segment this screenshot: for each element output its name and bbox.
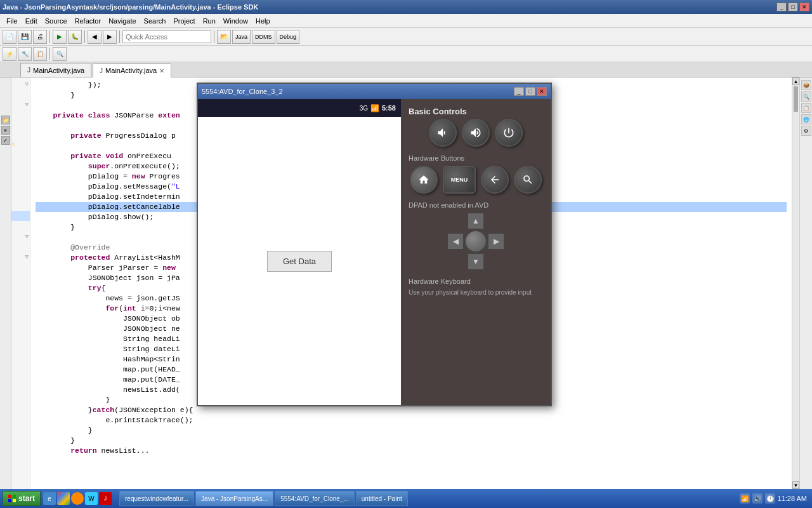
gutter-row <box>11 272 30 282</box>
volume-tray-icon[interactable]: 🔊 <box>752 493 763 504</box>
gutter-row <box>11 353 30 363</box>
separator-3 <box>119 30 120 43</box>
gutter-row <box>11 201 30 211</box>
tasks-icon[interactable]: ✓ <box>1 136 10 145</box>
scroll-up-arrow[interactable]: ▲ <box>792 77 799 85</box>
menu-button[interactable]: MENU <box>443 166 476 194</box>
svg-rect-3 <box>13 499 16 502</box>
menu-help[interactable]: Help <box>252 16 274 26</box>
avd-minimize-button[interactable]: _ <box>514 87 524 96</box>
menu-refactor[interactable]: Refactor <box>71 16 105 26</box>
menu-run[interactable]: Run <box>199 16 219 26</box>
tb2-btn4[interactable]: 🔍 <box>53 47 67 61</box>
gutter-row <box>11 89 30 99</box>
dpad-center-button[interactable] <box>464 230 487 253</box>
java-icon[interactable]: J <box>99 492 112 505</box>
maximize-button[interactable]: □ <box>788 3 798 11</box>
home-button[interactable] <box>410 166 438 194</box>
dpad-right-button[interactable]: ▶ <box>488 233 504 250</box>
tab-2-close[interactable]: ✕ <box>159 67 164 74</box>
persp-btn-4[interactable]: 🌐 <box>801 114 811 124</box>
menu-search[interactable]: Search <box>140 16 170 26</box>
menu-project[interactable]: Project <box>169 16 199 26</box>
start-button[interactable]: start <box>3 491 41 506</box>
editor-gutter: ▽ ▽ ⚠ ▽ ▽ <box>11 77 30 489</box>
persp-btn-3[interactable]: 📋 <box>801 103 811 113</box>
ie-icon[interactable]: e <box>43 492 56 505</box>
dpad-down-button[interactable]: ▼ <box>468 253 484 270</box>
tb2-btn1[interactable]: ⚡ <box>3 47 16 61</box>
persp-btn-5[interactable]: ⚙ <box>801 126 811 136</box>
chrome-icon[interactable] <box>57 492 70 505</box>
network-label: 3G <box>360 105 368 112</box>
menu-edit[interactable]: Edit <box>22 16 41 26</box>
gutter-row: ▽ <box>11 231 30 241</box>
taskbar-app-4[interactable]: untitled - Paint <box>356 491 408 506</box>
menu-bar: File Edit Source Refactor Navigate Searc… <box>0 14 812 28</box>
signal-icon: 📶 <box>370 104 379 112</box>
forward-button[interactable]: ▶ <box>103 30 117 44</box>
quick-access-input[interactable] <box>122 30 211 43</box>
print-button[interactable]: 🖨 <box>33 30 47 44</box>
editor-tabs: J MainActivity.java J MainActivity.java … <box>0 62 812 77</box>
time-display: 11:28 AM <box>778 495 807 502</box>
hw-keyboard-desc: Use your physical keyboard to provide in… <box>409 289 543 296</box>
svg-rect-0 <box>8 495 11 498</box>
back-button[interactable]: ◀ <box>88 30 102 44</box>
scroll-track[interactable] <box>792 85 799 481</box>
menu-navigate[interactable]: Navigate <box>105 16 140 26</box>
network-tray-icon[interactable]: 📶 <box>740 493 750 504</box>
dpad-up-button[interactable]: ▲ <box>468 213 484 229</box>
taskbar-right: 📶 🔊 🕐 11:28 AM <box>740 493 809 504</box>
get-data-button[interactable]: Get Data <box>267 251 332 272</box>
run-button[interactable]: ▶ <box>53 30 67 44</box>
java-perspective-button[interactable]: Java <box>232 30 251 44</box>
taskbar-app-3[interactable]: 5554:AVD_for_Clone_... <box>275 491 355 506</box>
tb2-btn2[interactable]: 🔧 <box>18 47 32 61</box>
phone-screen: 3G 📶 5:58 Get Data <box>198 99 401 405</box>
scroll-thumb[interactable] <box>794 86 798 112</box>
vertical-scrollbar[interactable]: ▲ ▼ <box>792 77 799 489</box>
tb2-btn3[interactable]: 📋 <box>33 47 47 61</box>
avd-close-button[interactable]: ✕ <box>537 87 547 96</box>
pkg-explorer-icon[interactable]: 📁 <box>1 116 10 124</box>
outline-icon[interactable]: ≡ <box>1 126 10 135</box>
persp-btn-1[interactable]: 📦 <box>801 80 811 90</box>
dpad-section: DPAD not enabled in AVD ▲ ◀ ▶ ▼ <box>409 201 543 270</box>
menu-file[interactable]: File <box>3 16 22 26</box>
volume-down-button[interactable] <box>429 119 457 147</box>
menu-window[interactable]: Window <box>219 16 252 26</box>
minimize-button[interactable]: _ <box>776 3 787 11</box>
clock-tray-icon[interactable]: 🕐 <box>765 493 775 504</box>
taskbar-quick-launch: e W J <box>43 492 112 505</box>
scroll-down-arrow[interactable]: ▼ <box>792 481 799 489</box>
title-text: Java - JsonParsingAsyntask/src/json/pars… <box>3 3 258 11</box>
taskbar-app-2[interactable]: Java - JsonParsingAs... <box>195 491 273 506</box>
tab-1[interactable]: J MainActivity.java <box>20 63 91 77</box>
close-button[interactable]: ✕ <box>799 3 809 11</box>
save-button[interactable]: 💾 <box>18 30 32 44</box>
gutter-row <box>11 384 30 394</box>
menu-source[interactable]: Source <box>41 16 71 26</box>
perspective-bar: 📦 🔍 📋 🌐 ⚙ <box>799 77 812 489</box>
perspective-open-button[interactable]: 📂 <box>217 30 231 44</box>
gutter-row <box>11 160 30 170</box>
dpad-left-button[interactable]: ◀ <box>447 233 464 250</box>
separator-2 <box>84 30 85 43</box>
gutter-row <box>11 119 30 130</box>
back-button[interactable] <box>481 166 509 194</box>
ff-icon[interactable] <box>71 492 84 505</box>
debug-button[interactable]: 🐛 <box>68 30 82 44</box>
persp-btn-2[interactable]: 🔍 <box>801 91 811 102</box>
taskbar-app-1[interactable]: requestwindowfeatur... <box>119 491 194 506</box>
avd-maximize-button[interactable]: □ <box>525 87 535 96</box>
new-button[interactable]: 📄 <box>3 30 16 44</box>
power-button[interactable] <box>495 119 523 147</box>
search-hw-button[interactable] <box>514 166 542 194</box>
tab-2[interactable]: J MainActivity.java ✕ <box>93 64 171 77</box>
volume-up-button[interactable] <box>462 119 490 147</box>
win-icon[interactable]: W <box>85 492 98 505</box>
gutter-row <box>11 211 30 221</box>
ddms-perspective-button[interactable]: DDMS <box>252 30 275 44</box>
debug-perspective-button[interactable]: Debug <box>277 30 300 44</box>
